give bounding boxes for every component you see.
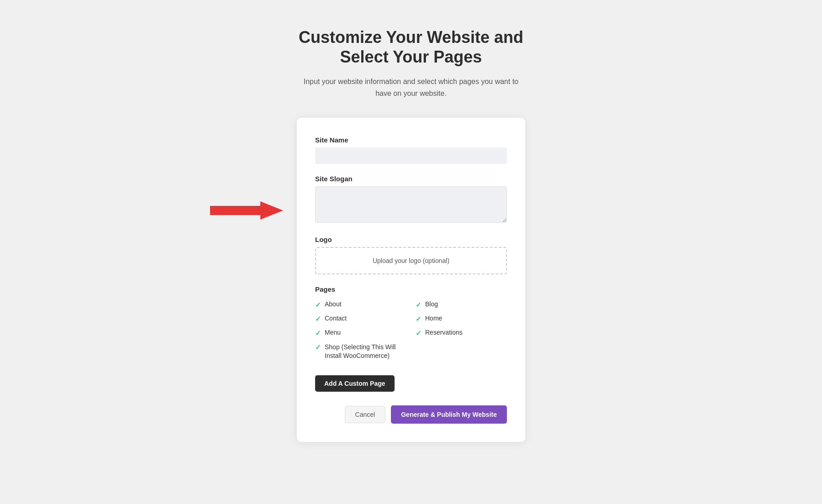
check-reservations: ✓ bbox=[416, 329, 422, 337]
page-label-menu: Menu bbox=[325, 329, 341, 336]
page-item-blog[interactable]: ✓ Blog bbox=[416, 300, 507, 309]
page-label-reservations: Reservations bbox=[425, 329, 463, 336]
logo-label: Logo bbox=[315, 236, 507, 243]
form-footer: Cancel Generate & Publish My Website bbox=[315, 405, 507, 424]
site-name-input[interactable] bbox=[315, 147, 507, 164]
page-label-about: About bbox=[325, 300, 342, 308]
check-about: ✓ bbox=[315, 301, 321, 309]
pages-label: Pages bbox=[315, 285, 507, 293]
cancel-button[interactable]: Cancel bbox=[345, 406, 386, 423]
page-item-about[interactable]: ✓ About bbox=[315, 300, 406, 309]
add-custom-page-button[interactable]: Add A Custom Page bbox=[315, 375, 395, 392]
site-name-group: Site Name bbox=[315, 136, 507, 164]
page-title: Customize Your Website and Select Your P… bbox=[299, 27, 523, 67]
site-slogan-label: Site Slogan bbox=[315, 175, 507, 183]
page-item-contact[interactable]: ✓ Contact bbox=[315, 315, 406, 323]
page-item-home[interactable]: ✓ Home bbox=[416, 315, 507, 323]
site-slogan-input[interactable] bbox=[315, 186, 507, 223]
check-shop: ✓ bbox=[315, 343, 321, 352]
check-contact: ✓ bbox=[315, 315, 321, 323]
page-item-menu[interactable]: ✓ Menu bbox=[315, 329, 406, 337]
page-label-home: Home bbox=[425, 315, 442, 322]
check-home: ✓ bbox=[416, 315, 422, 323]
site-slogan-group: Site Slogan bbox=[315, 175, 507, 225]
logo-upload-area[interactable]: Upload your logo (optional) bbox=[315, 247, 507, 274]
logo-group: Logo Upload your logo (optional) bbox=[315, 236, 507, 274]
site-name-label: Site Name bbox=[315, 136, 507, 144]
page-label-shop: Shop (Selecting This Will Install WooCom… bbox=[325, 343, 406, 361]
page-subtitle: Input your website information and selec… bbox=[297, 76, 525, 99]
red-arrow bbox=[210, 199, 283, 222]
svg-marker-0 bbox=[210, 201, 283, 220]
pages-section: Pages ✓ About ✓ Blog ✓ Contact ✓ Home bbox=[315, 285, 507, 405]
page-item-reservations[interactable]: ✓ Reservations bbox=[416, 329, 507, 337]
check-menu: ✓ bbox=[315, 329, 321, 337]
pages-grid: ✓ About ✓ Blog ✓ Contact ✓ Home ✓ Menu bbox=[315, 300, 507, 361]
page-label-blog: Blog bbox=[425, 300, 438, 308]
page-item-shop[interactable]: ✓ Shop (Selecting This Will Install WooC… bbox=[315, 343, 406, 361]
page-label-contact: Contact bbox=[325, 315, 347, 322]
form-card: Site Name Site Slogan Logo Upload your l… bbox=[297, 118, 525, 442]
check-blog: ✓ bbox=[416, 301, 422, 309]
generate-publish-button[interactable]: Generate & Publish My Website bbox=[391, 405, 507, 424]
